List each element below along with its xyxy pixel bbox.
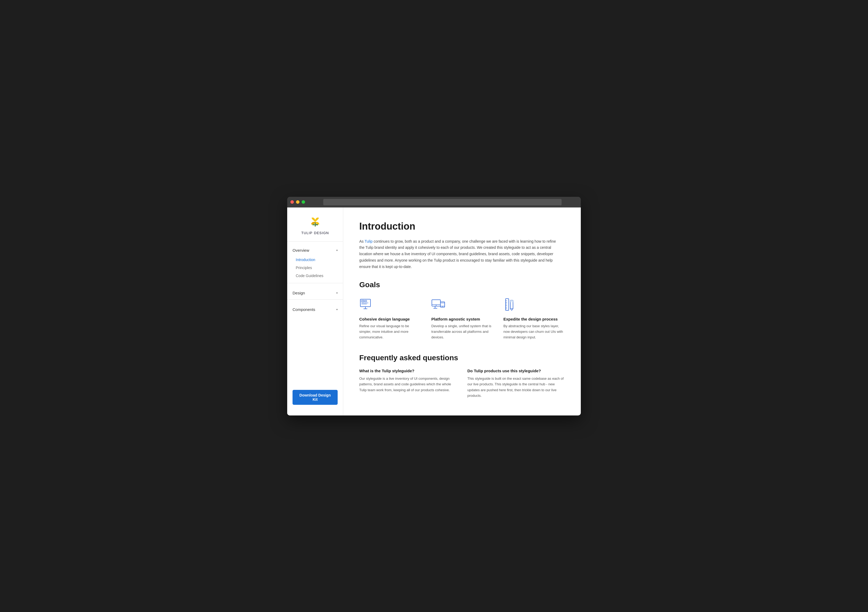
nav-group-design[interactable]: Design ▾ — [287, 289, 343, 297]
devices-icon — [431, 297, 446, 312]
download-design-kit-button[interactable]: Download Design Kit — [293, 390, 338, 405]
svg-point-15 — [442, 306, 443, 307]
ruler-pencil-icon — [504, 297, 518, 312]
tulip-logo — [308, 215, 322, 229]
nav-section-components: Components ▾ — [287, 301, 343, 315]
logo-text: TULIP DESIGN — [301, 231, 329, 235]
browser-titlebar — [287, 197, 581, 207]
intro-paragraph: As Tulip continues to grow, both as a pr… — [359, 238, 562, 270]
faq-question-2: Do Tulip products use this styleguide? — [467, 369, 565, 373]
chevron-down-icon-components: ▾ — [336, 308, 338, 311]
page-title: Introduction — [359, 221, 565, 232]
browser-window: TULIP DESIGN Overview ▾ Introduction Pri… — [287, 197, 581, 416]
svg-point-11 — [436, 305, 437, 306]
goals-title: Goals — [359, 281, 565, 289]
faq-title: Frequently asked questions — [359, 354, 565, 362]
nav-group-overview[interactable]: Overview ▾ — [287, 246, 343, 255]
nav-section-overview: Overview ▾ Introduction Principles Code … — [287, 242, 343, 282]
faq-item-2: Do Tulip products use this styleguide? T… — [467, 369, 565, 399]
monitor-icon — [359, 297, 374, 312]
faq-answer-1: Our styleguide is a live inventory of UI… — [359, 376, 457, 393]
svg-rect-27 — [510, 300, 513, 302]
download-btn-wrap: Download Design Kit — [287, 385, 343, 410]
main-content: Introduction As Tulip continues to grow,… — [343, 207, 581, 416]
goal-desc-1: Refine our visual language to be simpler… — [359, 323, 421, 340]
goal-item-2: Platform agnostic system Develop a singl… — [431, 297, 493, 340]
svg-point-5 — [363, 300, 364, 302]
sidebar-item-code-guidelines[interactable]: Code Guidelines — [287, 272, 343, 280]
goal-item-1: Cohesive design language Refine our visu… — [359, 297, 421, 340]
goal-title-2: Platform agnostic system — [431, 317, 493, 321]
maximize-button[interactable] — [302, 200, 305, 204]
sidebar-item-principles[interactable]: Principles — [287, 264, 343, 272]
browser-content: TULIP DESIGN Overview ▾ Introduction Pri… — [287, 207, 581, 416]
url-bar[interactable] — [323, 199, 561, 206]
sidebar-item-introduction[interactable]: Introduction — [287, 256, 343, 264]
nav-group-components[interactable]: Components ▾ — [287, 305, 343, 314]
svg-point-6 — [365, 300, 367, 302]
tulip-link[interactable]: Tulip — [364, 239, 373, 243]
faq-item-1: What is the Tulip styleguide? Our styleg… — [359, 369, 457, 399]
goal-item-3: Expedite the design process By abstracti… — [504, 297, 565, 340]
goal-desc-3: By abstracting our base styles layer, no… — [504, 323, 565, 340]
minimize-button[interactable] — [296, 200, 299, 204]
goal-desc-2: Develop a single, unified system that is… — [431, 323, 493, 340]
nav-section-design: Design ▾ — [287, 284, 343, 298]
svg-rect-4 — [361, 300, 363, 302]
chevron-down-icon: ▾ — [336, 249, 338, 252]
close-button[interactable] — [290, 200, 294, 204]
goal-title-3: Expedite the design process — [504, 317, 565, 321]
faq-grid: What is the Tulip styleguide? Our styleg… — [359, 369, 565, 399]
logo-area: TULIP DESIGN — [287, 207, 343, 242]
faq-question-1: What is the Tulip styleguide? — [359, 369, 457, 373]
faq-answer-2: This styleguide is built on the exact sa… — [467, 376, 565, 399]
chevron-down-icon-design: ▾ — [336, 292, 338, 294]
svg-rect-0 — [315, 222, 316, 226]
sidebar: TULIP DESIGN Overview ▾ Introduction Pri… — [287, 207, 343, 416]
sidebar-divider-1 — [287, 283, 343, 283]
goals-grid: Cohesive design language Refine our visu… — [359, 297, 565, 340]
nav-items-overview: Introduction Principles Code Guidelines — [287, 255, 343, 281]
goal-title-1: Cohesive design language — [359, 317, 421, 321]
